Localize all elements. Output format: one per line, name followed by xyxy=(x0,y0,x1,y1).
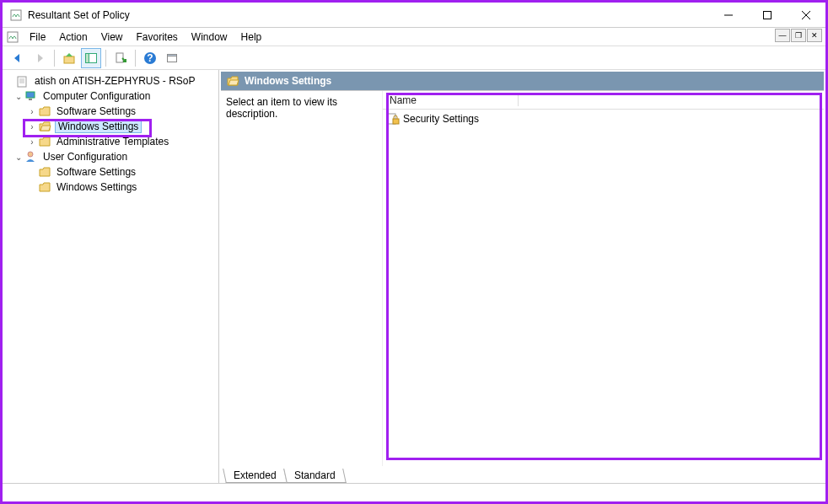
new-window-button[interactable] xyxy=(162,48,182,68)
tree-label: Computer Configuration xyxy=(41,90,152,102)
svg-rect-2 xyxy=(764,11,772,19)
chevron-right-icon[interactable]: › xyxy=(26,107,38,116)
security-settings-icon xyxy=(386,112,400,126)
folder-icon xyxy=(38,165,51,179)
tree-label: Administrative Templates xyxy=(55,136,170,147)
show-hide-tree-button[interactable] xyxy=(81,48,101,68)
svg-rect-9 xyxy=(116,53,123,62)
menu-view[interactable]: View xyxy=(94,29,130,45)
separator xyxy=(135,50,136,67)
mdi-close-button[interactable]: ✕ xyxy=(807,29,822,42)
result-pane: Windows Settings Select an item to view … xyxy=(219,70,825,483)
svg-rect-8 xyxy=(86,53,89,62)
tab-extended[interactable]: Extended xyxy=(223,469,287,483)
list-item[interactable]: Security Settings xyxy=(386,111,820,126)
tree-computer-configuration[interactable]: ⌄ Computer Configuration xyxy=(4,88,217,104)
folder-open-icon xyxy=(38,120,51,133)
tree-cc-windows-settings[interactable]: › Windows Settings xyxy=(4,119,217,134)
chevron-down-icon[interactable]: ⌄ xyxy=(13,92,24,101)
menu-help[interactable]: Help xyxy=(234,29,269,45)
tree-pane[interactable]: atish on ATISH-ZEPHYRUS - RSoP ⌄ Compute… xyxy=(3,70,219,483)
doc-icon xyxy=(6,30,19,44)
tree-user-configuration[interactable]: ⌄ User Configuration xyxy=(4,149,217,164)
svg-rect-5 xyxy=(8,32,18,42)
svg-rect-19 xyxy=(29,99,32,100)
menu-action[interactable]: Action xyxy=(52,29,94,45)
help-button[interactable]: ? xyxy=(140,48,160,68)
svg-text:?: ? xyxy=(147,52,153,64)
svg-rect-22 xyxy=(393,119,399,124)
column-name[interactable]: Name xyxy=(390,94,519,106)
folder-icon xyxy=(38,180,51,194)
tree-uc-software-settings[interactable]: Software Settings xyxy=(4,164,217,180)
tree-label: Software Settings xyxy=(55,105,137,117)
tree-label: atish on ATISH-ZEPHYRUS - RSoP xyxy=(33,75,197,87)
window-title: Resultant Set of Policy xyxy=(28,9,709,21)
statusbar xyxy=(3,483,825,501)
svg-point-20 xyxy=(28,152,33,157)
tree-cc-software-settings[interactable]: › Software Settings xyxy=(4,104,217,119)
list-header[interactable]: Name xyxy=(383,91,824,110)
menubar: File Action View Favorites Window Help —… xyxy=(3,28,825,46)
app-icon xyxy=(9,8,23,22)
tree-label: Software Settings xyxy=(55,166,137,178)
titlebar: Resultant Set of Policy xyxy=(3,3,825,28)
tree-cc-admin-templates[interactable]: › Administrative Templates xyxy=(4,134,217,149)
mdi-restore-button[interactable]: ❐ xyxy=(791,29,806,42)
rsop-icon xyxy=(16,74,30,88)
back-button[interactable] xyxy=(8,48,28,68)
result-header: Windows Settings xyxy=(221,72,824,90)
separator xyxy=(105,50,106,67)
up-button[interactable] xyxy=(59,48,79,68)
menu-favorites[interactable]: Favorites xyxy=(130,29,185,45)
svg-rect-13 xyxy=(168,54,177,56)
maximize-button[interactable] xyxy=(748,3,787,28)
list-item-label: Security Settings xyxy=(403,113,479,125)
tree-label: Windows Settings xyxy=(55,120,142,133)
svg-rect-6 xyxy=(64,56,74,63)
menu-file[interactable]: File xyxy=(23,29,52,45)
forward-button[interactable] xyxy=(30,48,50,68)
tab-strip: Extended Standard xyxy=(221,466,824,483)
tab-standard[interactable]: Standard xyxy=(283,469,346,483)
close-button[interactable] xyxy=(787,3,825,28)
tree-root[interactable]: atish on ATISH-ZEPHYRUS - RSoP xyxy=(4,73,217,88)
list-column: Name Security Settings xyxy=(383,91,824,466)
chevron-right-icon[interactable]: › xyxy=(26,137,38,147)
toolbar: ? xyxy=(3,46,825,70)
folder-icon xyxy=(38,135,51,148)
svg-rect-18 xyxy=(26,92,35,98)
description-column: Select an item to view its description. xyxy=(221,91,383,466)
user-icon xyxy=(24,150,38,164)
tree-uc-windows-settings[interactable]: Windows Settings xyxy=(4,180,217,195)
separator xyxy=(54,50,55,67)
minimize-button[interactable] xyxy=(709,3,748,28)
svg-rect-0 xyxy=(11,10,21,20)
tree-label: User Configuration xyxy=(41,151,129,163)
chevron-down-icon[interactable]: ⌄ xyxy=(13,153,24,162)
svg-rect-14 xyxy=(18,77,26,87)
folder-open-icon xyxy=(226,74,239,88)
mdi-minimize-button[interactable]: — xyxy=(775,29,790,42)
folder-icon xyxy=(38,105,51,118)
description-prompt: Select an item to view its description. xyxy=(226,96,337,120)
export-list-button[interactable] xyxy=(110,48,131,68)
tree-label: Windows Settings xyxy=(55,181,138,193)
computer-icon xyxy=(24,89,38,103)
menu-window[interactable]: Window xyxy=(185,29,234,45)
result-header-title: Windows Settings xyxy=(245,75,331,87)
chevron-right-icon[interactable]: › xyxy=(26,122,38,131)
